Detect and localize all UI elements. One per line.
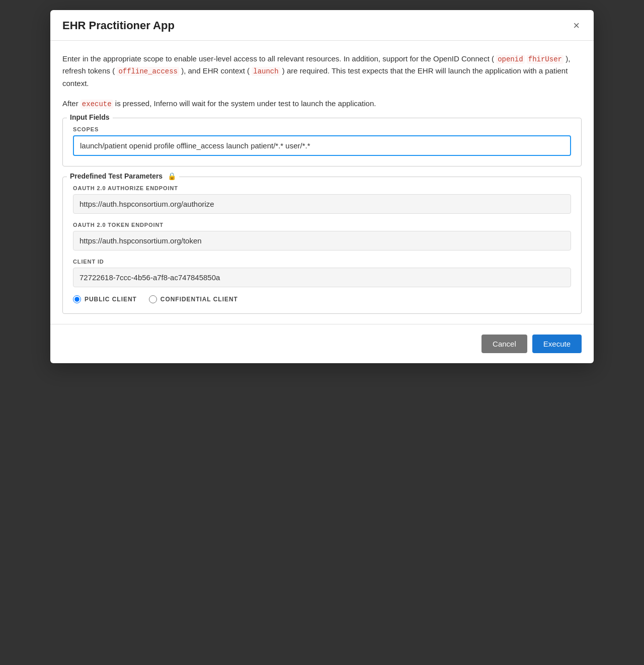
- desc-line1-middle2: ), and EHR context (: [181, 66, 252, 75]
- launch-code: launch: [252, 67, 280, 76]
- confidential-client-label[interactable]: CONFIDENTIAL CLIENT: [149, 295, 238, 303]
- desc-line2-suffix: is pressed, Inferno will wait for the sy…: [115, 99, 376, 108]
- modal-overlay: EHR Practitioner App × Enter in the appr…: [0, 0, 644, 665]
- input-fields-section: Input Fields SCOPES: [62, 118, 582, 167]
- scopes-input[interactable]: [73, 135, 571, 156]
- scopes-field-group: SCOPES: [73, 126, 571, 156]
- authorize-input: [73, 194, 571, 214]
- authorize-label: OAUTH 2.0 AUTHORIZE ENDPOINT: [73, 185, 571, 191]
- token-input: [73, 231, 571, 251]
- client-id-field-group: CLIENT ID: [73, 259, 571, 287]
- public-client-radio[interactable]: [73, 295, 81, 303]
- confidential-client-text: CONFIDENTIAL CLIENT: [160, 296, 238, 303]
- cancel-button[interactable]: Cancel: [481, 335, 527, 353]
- token-label: OAUTH 2.0 TOKEN ENDPOINT: [73, 222, 571, 228]
- input-fields-legend: Input Fields: [67, 113, 113, 121]
- predefined-legend: Predefined Test Parameters 🔒: [67, 172, 179, 180]
- desc-line2-prefix: After: [62, 99, 80, 108]
- modal-header: EHR Practitioner App ×: [50, 10, 594, 41]
- modal-footer: Cancel Execute: [50, 324, 594, 363]
- client-id-label: CLIENT ID: [73, 259, 571, 265]
- modal-title: EHR Practitioner App: [62, 19, 175, 32]
- fhiruser-code: fhirUser: [527, 55, 564, 64]
- lock-icon: 🔒: [168, 172, 176, 180]
- scopes-label: SCOPES: [73, 126, 571, 132]
- modal-dialog: EHR Practitioner App × Enter in the appr…: [50, 10, 594, 363]
- execute-code: execute: [80, 100, 113, 109]
- client-type-radio-group: PUBLIC CLIENT CONFIDENTIAL CLIENT: [73, 295, 571, 303]
- authorize-field-group: OAUTH 2.0 AUTHORIZE ENDPOINT: [73, 185, 571, 214]
- confidential-client-radio[interactable]: [149, 295, 157, 303]
- modal-body: Enter in the appropriate scope to enable…: [50, 41, 594, 314]
- description-text-2: After execute is pressed, Inferno will w…: [62, 98, 582, 110]
- token-field-group: OAUTH 2.0 TOKEN ENDPOINT: [73, 222, 571, 251]
- execute-button[interactable]: Execute: [532, 335, 582, 353]
- client-id-input: [73, 268, 571, 287]
- public-client-text: PUBLIC CLIENT: [85, 296, 137, 303]
- openid-code: openid: [496, 55, 524, 64]
- description-text: Enter in the appropriate scope to enable…: [62, 53, 582, 90]
- close-button[interactable]: ×: [571, 20, 582, 31]
- desc-line1-prefix: Enter in the appropriate scope to enable…: [62, 54, 494, 63]
- predefined-section: Predefined Test Parameters 🔒 OAUTH 2.0 A…: [62, 177, 582, 314]
- public-client-label[interactable]: PUBLIC CLIENT: [73, 295, 137, 303]
- offline-access-code: offline_access: [117, 67, 179, 76]
